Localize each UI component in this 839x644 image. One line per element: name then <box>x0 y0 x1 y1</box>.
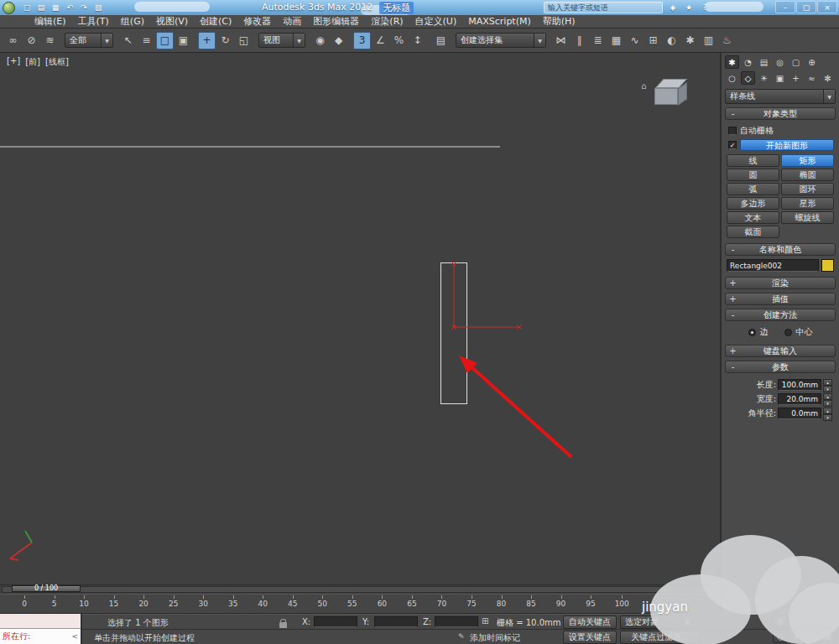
window-crossing-icon[interactable]: ▣ <box>175 32 192 49</box>
project-folder-icon[interactable]: ▧ <box>91 2 105 14</box>
spinner-up-icon[interactable] <box>823 408 832 414</box>
help-icon[interactable]: ? <box>698 1 711 13</box>
ngon-button[interactable]: 多边形 <box>727 197 779 210</box>
material-editor-icon[interactable]: ◐ <box>663 32 680 49</box>
helix-button[interactable]: 螺旋线 <box>781 211 834 224</box>
rollout-parameters[interactable]: 参数 <box>725 361 836 373</box>
zoom-extents-icon[interactable]: ⊡ <box>805 615 820 628</box>
tab-hierarchy[interactable]: ▤ <box>757 55 771 69</box>
named-selection-set-dropdown[interactable]: 创建选择集 <box>456 33 546 48</box>
viewcube[interactable]: ⌂ <box>641 76 695 115</box>
select-and-scale-icon[interactable]: ◱ <box>235 32 253 49</box>
donut-button[interactable]: 圆环 <box>781 183 834 195</box>
rectangle-button[interactable]: 矩形 <box>781 154 834 167</box>
rollout-creation-method[interactable]: 创建方法 <box>725 309 836 321</box>
select-object-icon[interactable]: ↖ <box>119 32 137 49</box>
close-button[interactable]: × <box>817 1 837 13</box>
communication-center-icon[interactable]: ◈ <box>666 1 680 13</box>
corner-radius-spinner[interactable] <box>823 408 832 419</box>
start-new-shape-checkbox[interactable] <box>728 141 737 149</box>
x-coordinate-field[interactable] <box>314 616 357 627</box>
reference-coordinate-dropdown[interactable]: 视图 <box>258 33 305 48</box>
maxscript-mini-listener[interactable]: 所在行: < <box>0 614 82 644</box>
category-systems[interactable]: ✻ <box>821 71 835 85</box>
minimize-button[interactable]: – <box>775 1 795 13</box>
field-of-view-icon[interactable]: ◇ <box>773 630 788 643</box>
favorites-star-icon[interactable]: ★ <box>682 1 696 13</box>
maximize-button[interactable]: ▢ <box>796 1 816 13</box>
select-and-rotate-icon[interactable]: ↻ <box>216 32 234 49</box>
select-and-manipulate-icon[interactable]: ◆ <box>330 32 347 49</box>
maximize-viewport-toggle-icon[interactable]: ⊠ <box>821 630 836 643</box>
graphite-modeling-icon[interactable]: ▦ <box>607 32 625 49</box>
object-color-swatch[interactable] <box>821 259 834 272</box>
menu-graph-editors[interactable]: 图形编辑器 <box>307 15 365 28</box>
menu-help[interactable]: 帮助(H) <box>537 15 581 28</box>
render-setup-icon[interactable]: ✱ <box>681 32 699 49</box>
percent-snap-icon[interactable]: % <box>390 32 408 49</box>
zoom-icon[interactable]: ⊕ <box>773 615 788 628</box>
new-scene-icon[interactable]: ▢ <box>20 2 34 14</box>
creation-method-edge-radio[interactable] <box>748 329 756 336</box>
selection-filter-dropdown[interactable]: 全部 <box>65 33 113 48</box>
select-by-name-icon[interactable]: ≡ <box>138 32 155 49</box>
category-shapes[interactable]: ◇ <box>741 71 755 85</box>
rollout-keyboard-entry[interactable]: 键盘输入 <box>725 345 836 357</box>
ellipse-button[interactable]: 椭圆 <box>781 169 834 181</box>
select-and-link-icon[interactable]: ∞ <box>4 32 22 49</box>
use-pivot-point-icon[interactable]: ◉ <box>311 32 329 49</box>
tab-display[interactable]: ▢ <box>789 55 803 69</box>
time-slider[interactable]: 0 / 100 <box>0 584 720 594</box>
category-space-warps[interactable]: ≈ <box>805 71 819 85</box>
save-file-icon[interactable]: ▦ <box>49 2 62 14</box>
viewport-general-menu[interactable]: [+] <box>7 56 20 68</box>
line-button[interactable]: 线 <box>727 154 779 167</box>
spinner-down-icon[interactable] <box>823 414 832 421</box>
spinner-up-icon[interactable] <box>823 393 832 400</box>
category-cameras[interactable]: ▣ <box>773 71 787 85</box>
listener-row[interactable]: 所在行: < <box>0 629 81 644</box>
snap-toggle-3d-icon[interactable]: 3 <box>353 32 371 49</box>
section-button[interactable]: 截面 <box>727 226 779 238</box>
menu-group[interactable]: 组(G) <box>115 15 150 28</box>
checkbox-icon[interactable] <box>728 127 737 135</box>
viewport-view-menu[interactable]: [前] <box>25 56 40 68</box>
zoom-all-icon[interactable]: ◎ <box>789 615 804 628</box>
autogrid-checkbox[interactable]: 自动栅格 <box>728 125 834 137</box>
zoom-extents-all-icon[interactable]: ⊞ <box>821 615 836 628</box>
time-tag-icon[interactable] <box>458 631 465 641</box>
z-coordinate-field[interactable] <box>435 616 478 627</box>
viewcube-front-face[interactable] <box>654 88 678 105</box>
unlink-selection-icon[interactable]: ⊘ <box>23 32 40 49</box>
time-slider-track[interactable] <box>2 586 718 593</box>
menu-views[interactable]: 视图(V) <box>150 15 194 28</box>
mirror-icon[interactable]: ⋈ <box>552 32 570 49</box>
length-spinner[interactable] <box>823 379 832 391</box>
schematic-view-icon[interactable]: ⊞ <box>644 32 662 49</box>
menu-edit[interactable]: 编辑(E) <box>29 15 72 28</box>
text-button[interactable]: 文本 <box>727 211 779 224</box>
rectangular-selection-region-icon[interactable]: □ <box>156 32 174 49</box>
viewport-shading-menu[interactable]: [线框] <box>45 56 69 68</box>
rendered-frame-icon[interactable]: ▥ <box>700 32 717 49</box>
spinner-down-icon[interactable] <box>823 386 832 392</box>
star-button[interactable]: 星形 <box>781 197 834 210</box>
tab-utilities[interactable]: ⊕ <box>805 55 819 69</box>
y-coordinate-field[interactable] <box>374 616 418 627</box>
angle-snap-icon[interactable]: ∠ <box>372 32 389 49</box>
track-bar[interactable]: 0510152025303540455055606570758085909510… <box>0 594 720 614</box>
arc-button[interactable]: 弧 <box>727 183 779 195</box>
width-input[interactable]: 20.0mm <box>778 393 821 405</box>
absolute-mode-icon[interactable] <box>482 616 488 626</box>
menu-tools[interactable]: 工具(T) <box>72 15 115 28</box>
spinner-snap-icon[interactable]: ↕ <box>409 32 426 49</box>
menu-customize[interactable]: 自定义(U) <box>409 15 463 28</box>
rollout-name-and-color[interactable]: 名称和颜色 <box>725 243 836 256</box>
select-and-move-icon[interactable]: + <box>198 32 216 49</box>
time-slider-handle[interactable]: 0 / 100 <box>12 585 81 592</box>
front-viewport[interactable]: [+] [前] [线框] <box>0 53 720 584</box>
corner-radius-input[interactable]: 0.0mm <box>778 408 821 419</box>
tab-create[interactable]: ✱ <box>725 55 739 69</box>
category-lights[interactable]: ☀ <box>757 71 771 85</box>
circle-button[interactable]: 圆 <box>727 169 779 181</box>
